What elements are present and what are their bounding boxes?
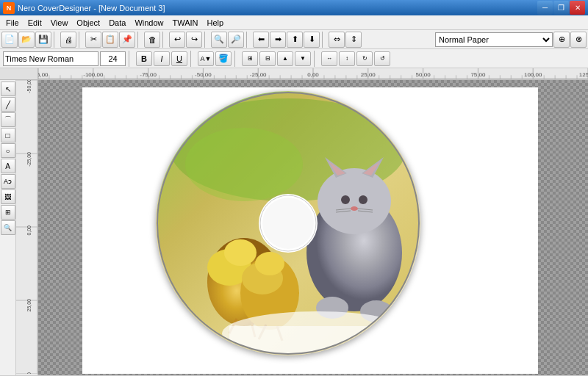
canvas-row: ↖ ╱ ⌒ □ ○ A Aͻ 🖼 ⊞ 🔍 [0, 80, 588, 375]
svg-point-22 [351, 206, 358, 211]
left-ruler-canvas [16, 80, 38, 374]
canvas[interactable] [38, 80, 588, 375]
send-back-button[interactable]: ▼ [295, 51, 311, 66]
redo-button[interactable]: ↪ [186, 32, 202, 48]
font-bar: B I U A▼ 🪣 ⊞ ⊟ ▲ ▼ ↔ ↕ ↻ ↺ [0, 49, 588, 68]
title-bar-left: N Nero CoverDesigner - [New Document 3] [3, 2, 165, 14]
ellipse-tool[interactable]: ○ [1, 143, 15, 158]
font-sep-1 [129, 51, 133, 67]
ruler-corner [0, 68, 38, 79]
svg-point-3 [185, 128, 303, 201]
workspace: ↖ ╱ ⌒ □ ○ A Aͻ 🖼 ⊞ 🔍 [0, 68, 588, 375]
svg-point-20 [341, 195, 350, 204]
font-sep-4 [314, 51, 318, 67]
menu-window[interactable]: Window [130, 17, 168, 29]
paper-select[interactable]: Normal Paper A4 Letter [435, 32, 553, 47]
grid-tool[interactable]: ⊞ [1, 205, 15, 220]
arc-text-tool[interactable]: Aͻ [1, 174, 15, 189]
flip-h-button[interactable]: ↔ [321, 51, 337, 66]
top-ruler [38, 68, 588, 79]
menu-view[interactable]: View [46, 17, 73, 29]
paper-btn-1[interactable]: ⊕ [553, 32, 570, 48]
align-left-button[interactable]: ⬅ [253, 32, 269, 48]
delete-button[interactable]: 🗑 [144, 32, 160, 48]
print-button[interactable]: 🖨 [60, 32, 76, 48]
separator-2 [79, 32, 83, 48]
minimize-button[interactable]: ─ [537, 1, 553, 15]
title-text: Nero CoverDesigner - [New Document 3] [18, 4, 165, 12]
menu-twain[interactable]: TWAIN [168, 17, 203, 29]
rect-tool[interactable]: □ [1, 128, 15, 142]
copy-button[interactable]: 📋 [102, 32, 118, 48]
text-color-button[interactable]: A▼ [198, 51, 214, 66]
font-size-input[interactable] [100, 51, 126, 66]
flip-v-button[interactable]: ↕ [339, 51, 355, 66]
save-button[interactable]: 💾 [35, 32, 51, 48]
rotate-cw-button[interactable]: ↻ [356, 51, 373, 66]
italic-button[interactable]: I [154, 51, 170, 66]
align-right-button[interactable]: ➡ [270, 32, 286, 48]
group-button[interactable]: ⊞ [242, 51, 258, 66]
left-ruler [16, 80, 38, 375]
paint-button[interactable]: 🪣 [215, 51, 232, 66]
bring-front-button[interactable]: ▲ [277, 51, 293, 66]
top-ruler-row [0, 68, 588, 80]
close-button[interactable]: ✕ [570, 1, 585, 15]
menu-help[interactable]: Help [203, 17, 229, 29]
zoom-in-button[interactable]: 🔍 [211, 32, 227, 48]
ungroup-button[interactable]: ⊟ [259, 51, 276, 66]
restore-button[interactable]: ❐ [553, 1, 569, 15]
menu-object[interactable]: Object [72, 17, 104, 29]
disc [156, 91, 420, 355]
align-bottom-button[interactable]: ⬇ [304, 32, 320, 48]
line-tool[interactable]: ╱ [1, 97, 15, 112]
menu-file[interactable]: File [1, 17, 24, 29]
left-toolbar: ↖ ╱ ⌒ □ ○ A Aͻ 🖼 ⊞ 🔍 [0, 80, 16, 375]
zoom-out-button[interactable]: 🔎 [228, 32, 244, 48]
svg-point-9 [255, 252, 284, 275]
font-sep-3 [234, 51, 239, 67]
distribute-v-button[interactable]: ⇕ [345, 32, 362, 48]
paste-button[interactable]: 📌 [119, 32, 135, 48]
svg-point-32 [262, 198, 314, 249]
cut-button[interactable]: ✂ [85, 32, 101, 48]
separator-4 [162, 32, 167, 48]
underline-button[interactable]: U [171, 51, 187, 66]
undo-button[interactable]: ↩ [169, 32, 185, 48]
svg-rect-30 [229, 326, 413, 355]
open-button[interactable]: 📂 [18, 32, 35, 48]
menu-bar: File Edit View Object Data Window TWAIN … [0, 15, 588, 30]
text-tool[interactable]: A [1, 159, 15, 173]
app-icon: N [3, 2, 15, 14]
align-top-button[interactable]: ⬆ [287, 32, 303, 48]
distribute-h-button[interactable]: ⇔ [329, 32, 345, 48]
disc-svg [156, 91, 420, 355]
image-tool[interactable]: 🖼 [1, 189, 15, 204]
select-tool[interactable]: ↖ [1, 82, 15, 96]
paper-btn-2[interactable]: ⊗ [570, 32, 587, 48]
separator-1 [54, 32, 58, 48]
font-name-input[interactable] [3, 51, 98, 66]
title-bar: N Nero CoverDesigner - [New Document 3] … [0, 0, 588, 15]
separator-6 [246, 32, 251, 48]
svg-point-21 [359, 195, 368, 204]
zoom-tool[interactable]: 🔍 [1, 220, 15, 235]
menu-data[interactable]: Data [104, 17, 130, 29]
separator-3 [137, 32, 142, 48]
svg-point-6 [224, 239, 257, 266]
separator-7 [322, 32, 326, 48]
new-button[interactable]: 📄 [1, 32, 18, 48]
disc-container[interactable] [156, 91, 420, 355]
title-bar-controls: ─ ❐ ✕ [537, 1, 585, 15]
curve-tool[interactable]: ⌒ [1, 112, 15, 127]
bold-button[interactable]: B [136, 51, 152, 66]
font-sep-2 [190, 51, 195, 67]
rotate-ccw-button[interactable]: ↺ [374, 51, 390, 66]
main-toolbar: 📄 📂 💾 🖨 ✂ 📋 📌 🗑 ↩ ↪ 🔍 🔎 ⬅ ➡ ⬆ ⬇ ⇔ ⇕ Norm… [0, 30, 588, 49]
menu-edit[interactable]: Edit [24, 17, 46, 29]
separator-5 [204, 32, 209, 48]
svg-point-15 [318, 168, 391, 234]
